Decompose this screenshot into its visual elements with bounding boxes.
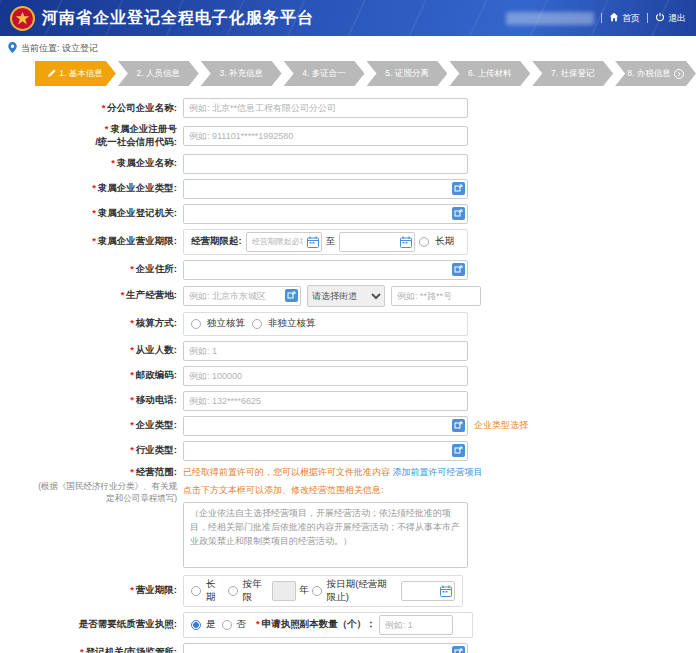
business-term-years-label: 按年限 [243,578,267,604]
calendar-icon[interactable] [400,236,412,248]
step-tab-label: 6. 上传材料 [468,68,511,80]
business-term-years-radio[interactable] [228,586,238,596]
company-type-select-link[interactable]: 企业类型选择 [474,419,528,432]
paper-license-no-label: 否 [237,618,247,631]
step-tab-social-security[interactable]: 7. 社保登记 [532,61,613,86]
reg-authority-input[interactable] [183,643,468,653]
business-term-years-input[interactable] [272,581,296,601]
step-tab-tax-info[interactable]: 8. 办税信息 [615,61,696,86]
business-term-date-radio[interactable] [312,586,322,596]
logout-link[interactable]: 退出 [655,12,686,25]
parent-term-to-label: 至 [326,235,336,248]
step-tabs: 1. 基本信息 2. 人员信息 3. 补充信息 4. 多证合一 5. 证照分离 … [35,61,696,86]
parent-type-input[interactable] [183,179,468,199]
step-tab-personnel-info[interactable]: 2. 人员信息 [118,61,199,86]
business-place-detail-input[interactable] [391,286,481,306]
home-link[interactable]: 首页 [609,12,640,25]
business-scope-tip1: 已经取得前置许可的，您可以根据许可文件批准内容 添加前置许可经营项目 [183,466,483,479]
step-tab-upload-materials[interactable]: 6. 上传材料 [449,61,530,86]
business-term-long-radio[interactable] [191,586,201,596]
step-tab-label: 7. 社保登记 [551,68,594,80]
step-tab-label: 8. 办税信息 [627,68,670,80]
license-copies-label: *申请执照副本数量（个）： [256,618,376,631]
user-name-redacted [506,12,594,25]
parent-term-start-label: 经营期限起: [191,235,242,248]
accounting-independent-label: 独立核算 [207,317,245,330]
add-prelicense-link[interactable]: 添加前置许可经营项目 [393,467,483,477]
address-label: *企业住所: [35,263,183,276]
address-input[interactable] [183,260,468,280]
postcode-input[interactable] [183,366,468,386]
business-scope-textarea[interactable]: （企业依法自主选择经营项目，开展经营活动；依法须经批准的项目，经相关部门批准后依… [183,502,468,568]
business-scope-label: *经营范围: (根据《国民经济行业分类》、有关规定和公司章程填写) [35,466,183,505]
popup-selector-icon[interactable] [452,646,465,653]
company-type-label: *企业类型: [35,419,183,432]
parent-name-label: *隶属企业名称: [35,157,183,170]
paper-license-label: 是否需要纸质营业执照: [35,618,183,631]
accounting-non-independent-radio[interactable] [252,319,262,329]
national-emblem-icon [10,6,35,31]
popup-selector-icon[interactable] [452,419,465,432]
step-tab-basic-info[interactable]: 1. 基本信息 [35,61,116,86]
parent-term-long-radio[interactable] [419,237,429,247]
popup-selector-icon[interactable] [452,444,465,457]
step-tab-label: 5. 证照分离 [385,68,428,80]
parent-name-input[interactable] [183,154,468,174]
branch-name-label: *分公司企业名称: [35,102,183,115]
license-copies-input[interactable] [379,615,453,635]
parent-type-label: *隶属企业企业类型: [35,182,183,195]
step-tab-certificate-separation[interactable]: 5. 证照分离 [367,61,448,86]
step-tab-label: 2. 人员信息 [137,68,180,80]
popup-selector-icon[interactable] [452,182,465,195]
step-tab-supplementary-info[interactable]: 3. 补充信息 [201,61,282,86]
mobile-input[interactable] [183,391,468,411]
accounting-non-independent-label: 非独立核算 [268,317,316,330]
parent-authority-label: *隶属企业登记机关: [35,207,183,220]
paper-license-yes-label: 是 [206,618,216,631]
breadcrumb: 当前位置: 设立登记 [0,36,696,61]
street-select[interactable]: 请选择街道 [307,285,385,307]
business-term-label: *营业期限: [35,584,183,597]
paper-license-yes-radio[interactable] [191,620,201,630]
parent-term-long-label: 长期 [435,235,454,248]
basic-info-form: *分公司企业名称: *隶属企业注册号 /统一社会信用代码: *隶属企业名称: *… [35,98,675,653]
business-place-label: *生产经营地: [35,289,183,302]
logout-icon [655,12,665,24]
business-term-date-label: 按日期(经营期限止) [327,578,395,604]
home-link-label: 首页 [622,12,640,25]
branch-name-input[interactable] [183,98,468,118]
parent-reg-no-input[interactable] [183,126,468,146]
page-title: 河南省企业登记全程电子化服务平台 [42,8,314,29]
header-divider [601,13,602,23]
calendar-icon[interactable] [307,236,319,248]
business-term-years-unit: 年 [299,584,309,597]
business-place-district-input[interactable] [183,286,301,306]
logout-link-label: 退出 [668,12,686,25]
step-tab-label: 3. 补充信息 [219,68,262,80]
employees-label: *从业人数: [35,344,183,357]
parent-authority-input[interactable] [183,204,468,224]
paper-license-no-radio[interactable] [222,620,232,630]
popup-selector-icon[interactable] [452,207,465,220]
edit-pencil-icon [48,69,56,79]
accounting-independent-radio[interactable] [191,319,201,329]
employees-input[interactable] [183,341,468,361]
step-tab-multi-certificate[interactable]: 4. 多证合一 [284,61,365,86]
business-scope-tip2: 点击下方文本框可以添加、修改经营范围相关信息: [183,484,483,497]
business-term-long-label: 长期 [206,578,222,604]
accounting-label: *核算方式: [35,317,183,330]
postcode-label: *邮政编码: [35,369,183,382]
header-divider [647,13,648,23]
chevron-right-circle-icon[interactable] [674,69,684,79]
business-scope-note: (根据《国民经济行业分类》、有关规定和公司章程填写) [35,481,177,504]
popup-selector-icon[interactable] [285,289,298,302]
mobile-label: *移动电话: [35,394,183,407]
industry-type-input[interactable] [183,441,468,461]
step-tab-label: 4. 多证合一 [302,68,345,80]
home-icon [609,12,619,24]
step-tab-label: 1. 基本信息 [59,68,102,80]
calendar-icon[interactable] [440,585,452,597]
breadcrumb-text: 当前位置: 设立登记 [21,42,98,55]
popup-selector-icon[interactable] [452,263,465,276]
company-type-input[interactable] [183,416,468,436]
